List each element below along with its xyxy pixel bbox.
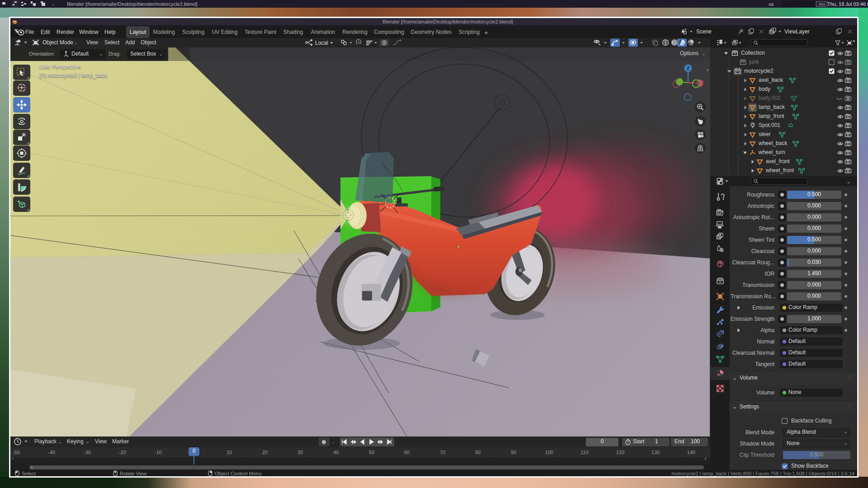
svg-text:Local: Local bbox=[315, 40, 328, 46]
svg-text:Z: Z bbox=[687, 66, 689, 71]
